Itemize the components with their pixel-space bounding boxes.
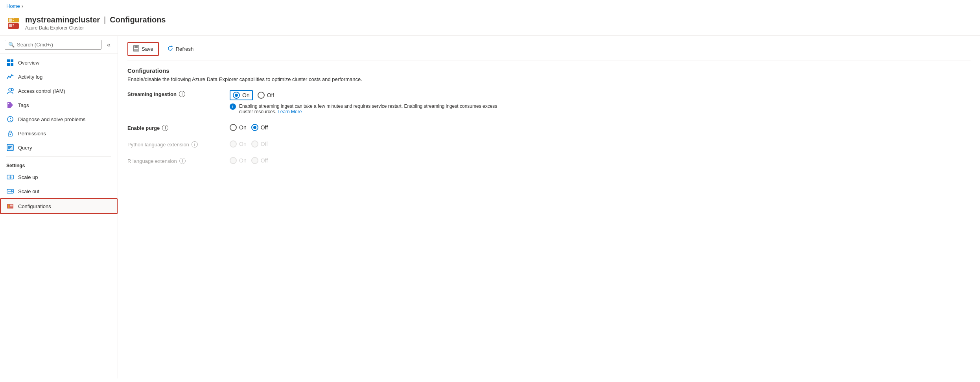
- toolbar: Save Refresh: [127, 42, 971, 61]
- python-controls: On Off: [230, 140, 268, 148]
- nav-divider: [6, 156, 111, 157]
- svg-point-18: [10, 120, 11, 121]
- svg-rect-11: [11, 63, 13, 66]
- page-subtitle: Azure Data Explorer Cluster: [25, 25, 166, 31]
- purge-on-option[interactable]: On: [230, 124, 247, 131]
- r-off-label: Off: [261, 157, 268, 164]
- settings-section-label: Settings: [0, 158, 118, 170]
- sidebar-item-scale-out[interactable]: Scale out: [0, 184, 118, 198]
- python-label-text: Python language extension: [127, 142, 189, 148]
- config-row-python: Python language extension i On Off: [127, 140, 971, 148]
- collapse-button[interactable]: «: [105, 41, 113, 49]
- breadcrumb: Home ›: [0, 0, 980, 12]
- purge-off-radio[interactable]: [251, 124, 258, 131]
- purge-on-label: On: [239, 124, 247, 131]
- python-label: Python language extension i: [127, 140, 230, 148]
- python-off-radio: [251, 140, 258, 148]
- sidebar-item-label-overview: Overview: [18, 60, 39, 66]
- streaming-info-icon[interactable]: i: [179, 91, 185, 97]
- purge-off-label: Off: [261, 124, 268, 131]
- svg-rect-32: [8, 205, 9, 208]
- r-controls: On Off: [230, 157, 268, 164]
- page-header: mystreamingcluster | Configurations Azur…: [0, 12, 980, 36]
- streaming-on-option[interactable]: On: [230, 90, 253, 100]
- activity-icon: [6, 73, 14, 81]
- sidebar-item-overview[interactable]: Overview: [0, 55, 118, 70]
- config-icon: [6, 202, 14, 210]
- page-title: Configurations: [110, 15, 166, 24]
- python-info-icon: i: [192, 141, 198, 148]
- permissions-icon: [6, 129, 14, 137]
- access-icon: [6, 87, 14, 95]
- svg-rect-2: [9, 18, 12, 22]
- svg-point-15: [8, 103, 9, 104]
- scale-out-icon: [6, 187, 14, 195]
- search-wrap[interactable]: 🔍: [5, 40, 101, 50]
- sidebar-item-label-scale-up: Scale up: [18, 174, 38, 180]
- learn-more-link[interactable]: Learn More: [278, 109, 302, 114]
- header-divider: |: [104, 15, 106, 24]
- streaming-radio-group: On Off: [230, 90, 505, 100]
- config-row-r: R language extension i On Off: [127, 157, 971, 164]
- svg-rect-34: [10, 207, 13, 207]
- note-info-icon: i: [230, 103, 236, 110]
- nav-list: Overview Activity log Access control (IA…: [0, 54, 118, 378]
- svg-rect-10: [7, 63, 10, 66]
- sidebar-item-query[interactable]: Query: [0, 140, 118, 155]
- sidebar-item-label-activity-log: Activity log: [18, 74, 42, 80]
- save-icon: [133, 45, 139, 53]
- svg-point-20: [10, 134, 11, 135]
- scale-up-icon: [6, 173, 14, 181]
- sidebar-item-scale-up[interactable]: Scale up: [0, 170, 118, 184]
- section-desc: Enable/disable the following Azure Data …: [127, 76, 971, 82]
- sidebar-item-diagnose[interactable]: Diagnose and solve problems: [0, 112, 118, 126]
- purge-on-radio[interactable]: [230, 124, 237, 131]
- python-off-label: Off: [261, 141, 268, 147]
- purge-info-icon[interactable]: i: [162, 125, 168, 131]
- purge-off-option[interactable]: Off: [251, 124, 268, 131]
- purge-label: Enable purge i: [127, 124, 230, 131]
- sidebar-item-permissions[interactable]: Permissions: [0, 126, 118, 140]
- svg-rect-6: [13, 24, 14, 25]
- diagnose-icon: [6, 115, 14, 123]
- python-on-option: On: [230, 140, 247, 148]
- streaming-off-radio[interactable]: [258, 92, 265, 99]
- svg-point-13: [11, 89, 13, 91]
- svg-rect-7: [13, 26, 14, 26]
- sidebar-item-label-permissions: Permissions: [18, 131, 46, 137]
- streaming-off-option[interactable]: Off: [258, 92, 274, 99]
- r-on-radio: [230, 157, 237, 164]
- streaming-on-radio[interactable]: [233, 92, 240, 99]
- sidebar-item-access-control[interactable]: Access control (IAM): [0, 84, 118, 98]
- search-input[interactable]: [17, 42, 98, 48]
- tags-icon: [6, 101, 14, 109]
- python-on-radio: [230, 140, 237, 148]
- sidebar-item-activity-log[interactable]: Activity log: [0, 70, 118, 84]
- search-icon: 🔍: [8, 42, 15, 48]
- breadcrumb-sep: ›: [22, 3, 23, 9]
- sidebar-item-label-query: Query: [18, 145, 32, 151]
- sidebar-item-tags[interactable]: Tags: [0, 98, 118, 112]
- save-label: Save: [142, 46, 153, 52]
- svg-rect-9: [11, 59, 13, 62]
- r-label-text: R language extension: [127, 158, 177, 164]
- python-on-label: On: [239, 141, 247, 147]
- sidebar-item-configurations[interactable]: Configurations: [0, 198, 118, 214]
- r-on-label: On: [239, 157, 247, 164]
- home-link[interactable]: Home: [6, 3, 20, 9]
- streaming-off-label: Off: [267, 92, 274, 98]
- sidebar-item-label-scale-out: Scale out: [18, 188, 39, 194]
- streaming-note: i Enabling streaming ingest can take a f…: [230, 103, 505, 114]
- purge-controls: On Off: [230, 124, 268, 131]
- purge-label-text: Enable purge: [127, 125, 160, 131]
- sidebar-item-label-tags: Tags: [18, 102, 29, 108]
- refresh-button[interactable]: Refresh: [162, 42, 199, 55]
- save-button[interactable]: Save: [127, 42, 159, 56]
- r-off-radio: [251, 157, 258, 164]
- r-info-icon: i: [179, 158, 186, 164]
- refresh-label: Refresh: [176, 46, 194, 52]
- sidebar-item-label-access: Access control (IAM): [18, 88, 65, 94]
- svg-rect-5: [9, 24, 12, 27]
- r-on-option: On: [230, 157, 247, 164]
- svg-rect-33: [10, 205, 13, 206]
